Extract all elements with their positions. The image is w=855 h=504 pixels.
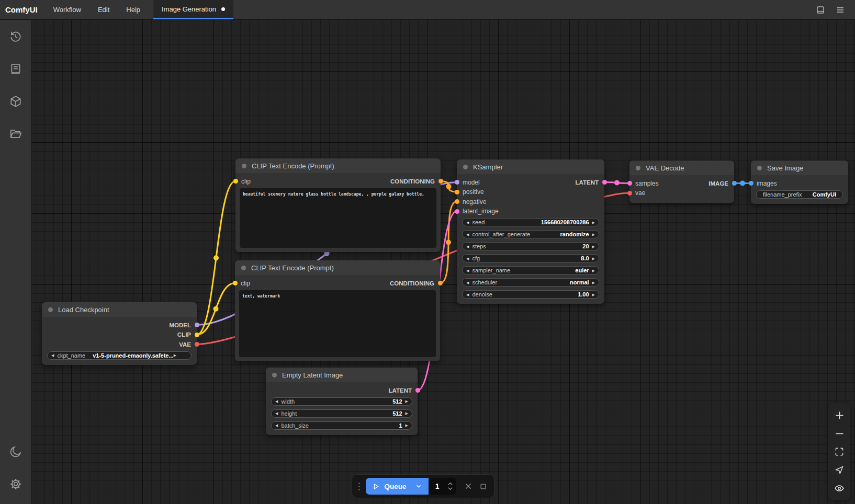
node-ksampler[interactable]: KSamplermodelLATENTpositivenegativelaten…: [457, 159, 604, 304]
node-library-icon[interactable]: [5, 59, 26, 79]
increment-arrow-icon[interactable]: ▶: [592, 269, 595, 272]
link-midpoint-dot[interactable]: [740, 181, 745, 186]
widget-scheduler[interactable]: ◀schedulernormal▶: [462, 278, 599, 287]
output-port-CLIP-icon[interactable]: [195, 333, 199, 337]
chevron-down-icon[interactable]: [415, 483, 422, 490]
node-load_checkpoint[interactable]: Load CheckpointMODELCLIPVAE◀ckpt_namev1-…: [42, 302, 197, 365]
widget-cfg[interactable]: ◀cfg8.0▶: [462, 254, 599, 262]
increment-arrow-icon[interactable]: ▶: [592, 233, 595, 236]
widget-sampler_name[interactable]: ◀sampler_nameeuler▶: [462, 266, 599, 274]
output-port-IMAGE-icon[interactable]: [732, 181, 737, 186]
theme-toggle-moon-icon[interactable]: [5, 441, 26, 462]
workflows-folder-icon[interactable]: [5, 123, 26, 144]
increment-arrow-icon[interactable]: ▶: [592, 257, 595, 260]
output-port-CONDITIONING-icon[interactable]: [438, 179, 443, 184]
decrement-arrow-icon[interactable]: ◀: [466, 269, 469, 272]
zoom-in-icon[interactable]: [833, 409, 846, 421]
menu-edit[interactable]: Edit: [89, 0, 118, 19]
stop-icon[interactable]: [478, 480, 489, 492]
decrement-arrow-icon[interactable]: ◀: [466, 245, 469, 248]
increment-arrow-icon[interactable]: ▶: [592, 281, 595, 284]
node-header[interactable]: VAE Decode: [629, 161, 734, 175]
increment-arrow-icon[interactable]: ▶: [406, 423, 408, 427]
collapse-dot-icon[interactable]: [241, 266, 246, 270]
collapse-dot-icon[interactable]: [242, 164, 246, 168]
node-header[interactable]: Load Checkpoint: [42, 302, 197, 317]
stepper-up-icon[interactable]: [447, 482, 453, 486]
increment-arrow-icon[interactable]: ▶: [592, 245, 595, 248]
collapse-dot-icon[interactable]: [463, 165, 468, 169]
input-port-samples-icon[interactable]: [627, 181, 632, 186]
node-vae_decode[interactable]: VAE DecodesamplesIMAGEvae: [629, 161, 734, 203]
link-midpoint-dot[interactable]: [446, 184, 452, 189]
input-port-images-icon[interactable]: [749, 181, 753, 186]
decrement-arrow-icon[interactable]: ◀: [275, 423, 278, 427]
output-port-LATENT-icon[interactable]: [415, 388, 420, 393]
prompt-textarea[interactable]: beautiful scenery nature glass bottle la…: [240, 188, 436, 248]
node-clip_pos[interactable]: CLIP Text Encode (Prompt)clipCONDITIONIN…: [235, 158, 441, 252]
node-save_image[interactable]: Save Imageimagesfilename_prefixComfyUI: [751, 161, 848, 204]
collapse-dot-icon[interactable]: [48, 307, 53, 312]
toggle-links-eye-icon[interactable]: [833, 482, 846, 495]
prompt-textarea[interactable]: text, watermark: [239, 290, 436, 357]
decrement-arrow-icon[interactable]: ◀: [51, 353, 54, 357]
output-port-LATENT-icon[interactable]: [602, 180, 607, 185]
decrement-arrow-icon[interactable]: ◀: [466, 233, 469, 236]
increment-arrow-icon[interactable]: ▶: [406, 411, 408, 415]
zoom-out-icon[interactable]: [833, 427, 846, 440]
input-port-latent_image-icon[interactable]: [455, 209, 459, 214]
link-midpoint-dot[interactable]: [213, 255, 219, 260]
node-empty_latent[interactable]: Empty Latent ImageLATENT◀width512▶◀heigh…: [266, 368, 418, 435]
decrement-arrow-icon[interactable]: ◀: [275, 399, 278, 403]
tab-image-generation[interactable]: Image Generation: [153, 0, 233, 19]
stepper-down-icon[interactable]: [447, 487, 453, 490]
collapse-dot-icon[interactable]: [272, 373, 277, 377]
input-port-vae-icon[interactable]: [627, 191, 632, 196]
input-port-model-icon[interactable]: [455, 180, 459, 185]
queue-button[interactable]: Queue: [366, 478, 429, 495]
bottom-panel-icon[interactable]: [815, 5, 826, 15]
decrement-arrow-icon[interactable]: ◀: [466, 293, 469, 296]
widget-height[interactable]: ◀height512▶: [271, 409, 412, 418]
increment-arrow-icon[interactable]: ▶: [406, 399, 408, 403]
widget-steps[interactable]: ◀steps20▶: [462, 242, 599, 250]
queue-history-icon[interactable]: [5, 26, 26, 47]
decrement-arrow-icon[interactable]: ◀: [275, 411, 278, 415]
increment-arrow-icon[interactable]: ▶: [174, 353, 176, 357]
clear-queue-icon[interactable]: [463, 480, 474, 492]
node-header[interactable]: KSampler: [457, 159, 604, 174]
settings-gear-icon[interactable]: [5, 474, 26, 495]
node-header[interactable]: Empty Latent Image: [266, 368, 418, 382]
input-port-negative-icon[interactable]: [455, 199, 459, 204]
widget-control_after_generate[interactable]: ◀control_after_generaterandomize▶: [462, 230, 599, 238]
widget-denoise[interactable]: ◀denoise1.00▶: [462, 290, 599, 299]
input-port-clip-icon[interactable]: [233, 281, 238, 285]
increment-arrow-icon[interactable]: ▶: [592, 293, 595, 296]
link-midpoint-dot[interactable]: [446, 240, 451, 245]
link-midpoint-dot[interactable]: [614, 180, 620, 186]
widget-width[interactable]: ◀width512▶: [271, 397, 412, 406]
increment-arrow-icon[interactable]: ▶: [592, 221, 595, 224]
link-midpoint-dot[interactable]: [213, 306, 219, 312]
input-port-clip-icon[interactable]: [233, 179, 238, 184]
output-port-VAE-icon[interactable]: [195, 342, 199, 347]
drag-handle[interactable]: [357, 483, 362, 490]
widget-seed[interactable]: ◀seed156680208700286▶: [462, 218, 599, 226]
widget-ckpt_name[interactable]: ◀ckpt_namev1-5-pruned-emaonly.safete...▶: [47, 351, 192, 360]
decrement-arrow-icon[interactable]: ◀: [466, 281, 469, 284]
pan-mode-icon[interactable]: [833, 464, 846, 476]
model-library-icon[interactable]: [5, 91, 26, 112]
node-header[interactable]: Save Image: [751, 161, 848, 175]
widget-filename_prefix[interactable]: filename_prefixComfyUI: [756, 190, 843, 199]
decrement-arrow-icon[interactable]: ◀: [466, 257, 469, 260]
fit-view-icon[interactable]: [833, 445, 846, 458]
decrement-arrow-icon[interactable]: ◀: [466, 221, 469, 224]
node-graph-canvas[interactable]: Load CheckpointMODELCLIPVAE◀ckpt_namev1-…: [0, 0, 855, 504]
node-header[interactable]: CLIP Text Encode (Prompt): [235, 158, 441, 173]
output-port-CONDITIONING-icon[interactable]: [438, 281, 443, 285]
collapse-dot-icon[interactable]: [757, 166, 762, 170]
widget-batch_size[interactable]: ◀batch_size1▶: [271, 421, 412, 430]
menu-workflow[interactable]: Workflow: [45, 0, 89, 19]
menu-help[interactable]: Help: [118, 0, 149, 19]
node-header[interactable]: CLIP Text Encode (Prompt): [235, 260, 440, 275]
